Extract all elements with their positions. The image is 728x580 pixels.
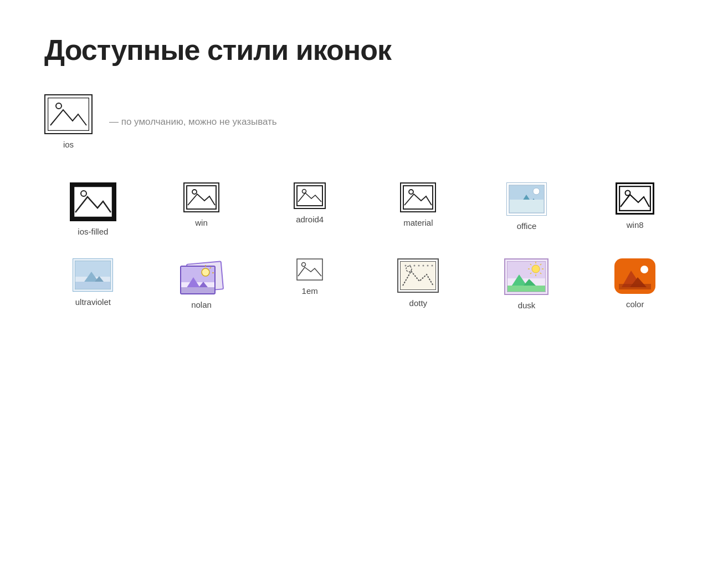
win8-wrapper: win8 — [586, 182, 684, 236]
svg-point-50 — [532, 265, 540, 273]
default-style-section: ios — по умолчанию, можно не указывать — [44, 94, 684, 149]
svg-rect-29 — [181, 267, 214, 282]
svg-point-44 — [423, 265, 424, 267]
svg-point-46 — [432, 265, 433, 267]
office-wrapper: office — [478, 182, 576, 236]
nolan-wrapper: nolan — [153, 258, 250, 310]
svg-rect-4 — [74, 187, 112, 217]
office-label: office — [517, 221, 537, 231]
win-icon — [183, 182, 219, 212]
dotty-label: dotty — [409, 298, 428, 308]
svg-rect-18 — [510, 200, 544, 212]
1em-icon — [296, 258, 323, 281]
default-note: — по умолчанию, можно не указывать — [109, 116, 277, 128]
dusk-icon — [504, 258, 548, 295]
svg-rect-2 — [48, 98, 89, 131]
adroid4-label: adroid4 — [296, 215, 324, 224]
ios-default-icon-wrapper: ios — [44, 94, 93, 149]
ultraviolet-wrapper: ultraviolet — [44, 258, 142, 310]
ios-filled-wrapper: ios-filled — [44, 182, 142, 236]
dotty-icon — [397, 258, 439, 293]
adroid4-icon — [294, 182, 326, 209]
1em-wrapper: 1em — [261, 258, 358, 310]
svg-point-40 — [405, 265, 407, 267]
color-wrapper: color — [586, 258, 684, 310]
material-wrapper: material — [370, 182, 467, 236]
dusk-wrapper: dusk — [478, 258, 576, 310]
dusk-label: dusk — [518, 301, 536, 310]
svg-point-65 — [640, 266, 648, 273]
color-icon — [614, 258, 655, 294]
adroid4-wrapper: adroid4 — [261, 182, 358, 236]
svg-rect-37 — [297, 259, 322, 280]
svg-rect-61 — [507, 286, 545, 292]
svg-rect-66 — [619, 284, 651, 289]
svg-point-43 — [418, 265, 420, 267]
icon-styles-grid: ios-filled win adroid4 — [44, 182, 684, 310]
color-label: color — [626, 299, 644, 309]
ios-filled-label: ios-filled — [78, 227, 108, 236]
win8-icon — [616, 182, 654, 215]
office-icon — [506, 182, 547, 216]
svg-point-41 — [409, 265, 411, 267]
svg-rect-25 — [75, 282, 110, 289]
svg-point-12 — [409, 190, 413, 194]
ultraviolet-label: ultraviolet — [75, 297, 111, 307]
ios-filled-icon — [70, 182, 116, 221]
material-label: material — [403, 218, 433, 227]
svg-point-38 — [302, 263, 306, 267]
nolan-label: nolan — [191, 300, 212, 309]
svg-point-1 — [56, 103, 61, 109]
svg-point-33 — [202, 268, 209, 276]
win-label: win — [195, 218, 208, 227]
nolan-icon — [178, 258, 225, 294]
dotty-wrapper: dotty — [370, 258, 467, 310]
svg-point-17 — [533, 188, 540, 195]
svg-rect-0 — [48, 98, 89, 130]
svg-point-42 — [414, 265, 416, 267]
ios-default-label: ios — [63, 140, 74, 149]
material-icon — [400, 182, 436, 212]
svg-point-45 — [427, 265, 429, 267]
ultraviolet-icon — [73, 258, 113, 292]
svg-rect-32 — [181, 287, 214, 293]
svg-rect-9 — [297, 186, 322, 206]
win8-label: win8 — [627, 220, 644, 230]
ios-icon-large — [44, 94, 93, 134]
svg-point-8 — [192, 190, 197, 194]
page-title: Доступные стили иконок — [44, 33, 684, 67]
win-wrapper: win — [153, 182, 250, 236]
1em-label: 1em — [302, 286, 318, 296]
